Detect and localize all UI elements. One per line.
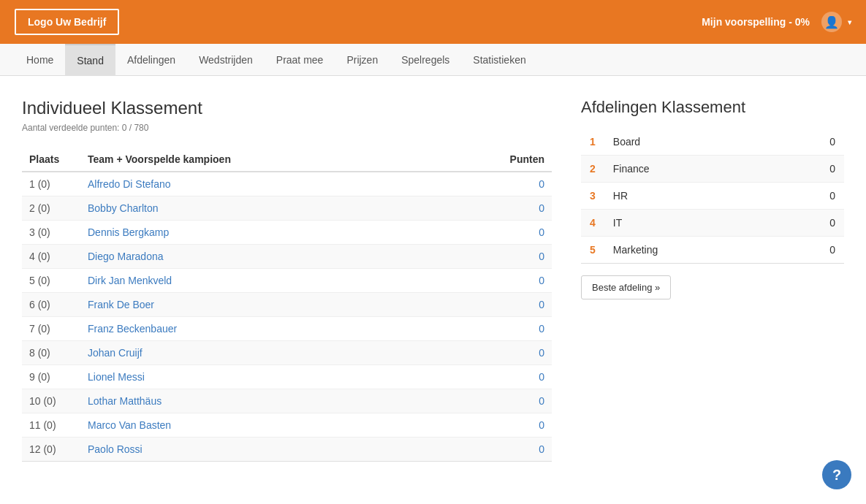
afdeling-row: 5 Marketing 0	[581, 237, 844, 264]
nav-item-praatmee[interactable]: Praat mee	[265, 44, 335, 76]
name-cell: Dirk Jan Menkveld	[80, 269, 439, 293]
points-cell: 0	[439, 438, 552, 462]
player-link[interactable]: Paolo Rossi	[88, 443, 143, 455]
rank-cell: 11 (0)	[22, 413, 80, 438]
points-cell: 0	[439, 221, 552, 245]
afdeling-rank-cell: 4	[581, 210, 604, 237]
main-nav: Home Stand Afdelingen Wedstrijden Praat …	[0, 44, 866, 76]
nav-item-prijzen[interactable]: Prijzen	[335, 44, 390, 76]
afdeling-row: 3 HR 0	[581, 183, 844, 210]
afdeling-row: 4 IT 0	[581, 210, 844, 237]
nav-item-statistieken[interactable]: Statistieken	[461, 44, 537, 76]
prediction-label: Mijn voorspelling - 0%	[702, 16, 810, 28]
afdelingen-table: 1 Board 0 2 Finance 0 3 HR 0 4 IT 0 5 Ma…	[581, 129, 844, 264]
rank-cell: 8 (0)	[22, 341, 80, 365]
col-punten: Punten	[439, 148, 552, 172]
points-cell: 0	[439, 172, 552, 196]
name-cell: Franz Beckenbauer	[80, 317, 439, 341]
name-cell: Bobby Charlton	[80, 196, 439, 221]
table-row: 4 (0) Diego Maradona 0	[22, 245, 552, 269]
points-cell: 0	[439, 413, 552, 438]
nav-item-wedstrijden[interactable]: Wedstrijden	[187, 44, 265, 76]
name-cell: Dennis Bergkamp	[80, 221, 439, 245]
name-cell: Lothar Matthäus	[80, 389, 439, 413]
col-plaats: Plaats	[22, 148, 80, 172]
player-link[interactable]: Alfredo Di Stefano	[88, 178, 171, 190]
table-row: 5 (0) Dirk Jan Menkveld 0	[22, 269, 552, 293]
rank-cell: 3 (0)	[22, 221, 80, 245]
player-link[interactable]: Lothar Matthäus	[88, 395, 162, 407]
dropdown-caret: ▾	[848, 18, 851, 26]
afdeling-name-cell: Finance	[604, 156, 779, 183]
rank-cell: 4 (0)	[22, 245, 80, 269]
table-row: 1 (0) Alfredo Di Stefano 0	[22, 172, 552, 196]
afdeling-rank-cell: 3	[581, 183, 604, 210]
logo-button[interactable]: Logo Uw Bedrijf	[15, 9, 119, 35]
individueel-table: Plaats Team + Voorspelde kampioen Punten…	[22, 148, 552, 462]
player-link[interactable]: Dirk Jan Menkveld	[88, 275, 172, 286]
afdeling-points-cell: 0	[779, 210, 844, 237]
individueel-title: Individueel Klassement	[22, 98, 552, 118]
points-cell: 0	[439, 317, 552, 341]
rank-cell: 5 (0)	[22, 269, 80, 293]
afdeling-name-cell: HR	[604, 183, 779, 210]
table-row: 6 (0) Frank De Boer 0	[22, 293, 552, 317]
main-content: Individueel Klassement Aantal verdeelde …	[0, 76, 866, 476]
table-row: 8 (0) Johan Cruijf 0	[22, 341, 552, 365]
points-cell: 0	[439, 389, 552, 413]
afdeling-rank-cell: 2	[581, 156, 604, 183]
user-icon: 👤	[821, 12, 842, 32]
player-link[interactable]: Diego Maradona	[88, 251, 164, 262]
rank-cell: 2 (0)	[22, 196, 80, 221]
nav-item-stand[interactable]: Stand	[65, 44, 115, 76]
player-link[interactable]: Dennis Bergkamp	[88, 226, 169, 238]
player-link[interactable]: Johan Cruijf	[88, 347, 143, 359]
afdeling-points-cell: 0	[779, 237, 844, 264]
afdelingen-title: Afdelingen Klassement	[581, 98, 844, 117]
header-right: Mijn voorspelling - 0% 👤 ▾	[702, 12, 851, 32]
afdeling-points-cell: 0	[779, 129, 844, 156]
name-cell: Lionel Messi	[80, 365, 439, 389]
points-cell: 0	[439, 293, 552, 317]
rank-cell: 10 (0)	[22, 389, 80, 413]
table-row: 10 (0) Lothar Matthäus 0	[22, 389, 552, 413]
points-cell: 0	[439, 341, 552, 365]
afdelingen-section: Afdelingen Klassement 1 Board 0 2 Financ…	[581, 98, 844, 462]
table-row: 3 (0) Dennis Bergkamp 0	[22, 221, 552, 245]
player-link[interactable]: Frank De Boer	[88, 299, 154, 310]
table-row: 11 (0) Marco Van Basten 0	[22, 413, 552, 438]
name-cell: Marco Van Basten	[80, 413, 439, 438]
nav-item-spelregels[interactable]: Spelregels	[390, 44, 461, 76]
user-dropdown[interactable]: 👤 ▾	[821, 12, 851, 32]
rank-cell: 9 (0)	[22, 365, 80, 389]
afdeling-rank-cell: 1	[581, 129, 604, 156]
player-link[interactable]: Franz Beckenbauer	[88, 323, 177, 335]
table-row: 9 (0) Lionel Messi 0	[22, 365, 552, 389]
header: Logo Uw Bedrijf Mijn voorspelling - 0% 👤…	[0, 0, 866, 44]
name-cell: Frank De Boer	[80, 293, 439, 317]
name-cell: Alfredo Di Stefano	[80, 172, 439, 196]
name-cell: Paolo Rossi	[80, 438, 439, 462]
player-link[interactable]: Bobby Charlton	[88, 202, 159, 214]
afdeling-row: 2 Finance 0	[581, 156, 844, 183]
table-row: 12 (0) Paolo Rossi 0	[22, 438, 552, 462]
player-link[interactable]: Marco Van Basten	[88, 419, 171, 431]
individueel-section: Individueel Klassement Aantal verdeelde …	[22, 98, 552, 462]
rank-cell: 6 (0)	[22, 293, 80, 317]
beste-afdeling-button[interactable]: Beste afdeling »	[581, 275, 671, 299]
afdeling-points-cell: 0	[779, 183, 844, 210]
name-cell: Johan Cruijf	[80, 341, 439, 365]
player-link[interactable]: Lionel Messi	[88, 371, 145, 383]
rank-cell: 7 (0)	[22, 317, 80, 341]
afdeling-row: 1 Board 0	[581, 129, 844, 156]
afdeling-rank-cell: 5	[581, 237, 604, 264]
table-row: 2 (0) Bobby Charlton 0	[22, 196, 552, 221]
col-team: Team + Voorspelde kampioen	[80, 148, 439, 172]
points-cell: 0	[439, 245, 552, 269]
nav-item-afdelingen[interactable]: Afdelingen	[115, 44, 187, 76]
rank-cell: 12 (0)	[22, 438, 80, 462]
afdeling-name-cell: Board	[604, 129, 779, 156]
points-cell: 0	[439, 365, 552, 389]
name-cell: Diego Maradona	[80, 245, 439, 269]
nav-item-home[interactable]: Home	[15, 44, 65, 76]
